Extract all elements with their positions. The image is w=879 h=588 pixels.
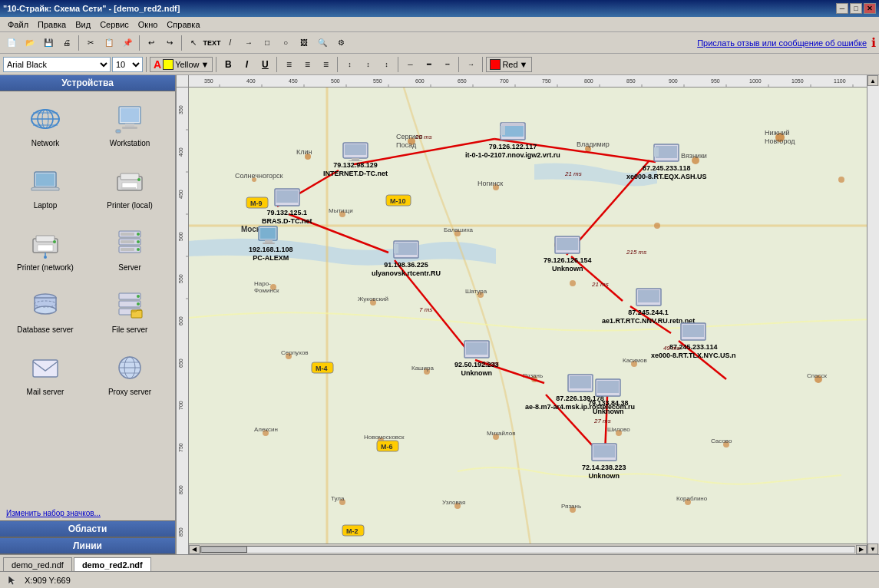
- svg-point-29: [137, 240, 140, 243]
- areas-section[interactable]: Области: [0, 520, 175, 537]
- sidebar-item-printer-network[interactable]: Printer (network): [6, 222, 84, 275]
- bold-button[interactable]: B: [220, 57, 236, 72]
- open-button[interactable]: 📂: [21, 35, 38, 51]
- menu-service[interactable]: Сервис: [95, 18, 134, 31]
- line-style-button[interactable]: ─: [401, 57, 418, 72]
- close-button[interactable]: ✕: [864, 3, 876, 14]
- spacing3-button[interactable]: ↕: [378, 57, 395, 72]
- scroll-down-button[interactable]: ▼: [867, 543, 878, 554]
- map-area[interactable]: 350 400 450 500 550 600 650 700 750 800 …: [177, 75, 867, 554]
- sidebar-item-workstation[interactable]: Workstation: [91, 97, 169, 150]
- font-select[interactable]: Arial Black: [3, 57, 111, 72]
- change-icons-link[interactable]: Изменить набор значков...: [6, 509, 101, 517]
- cut-button[interactable]: ✂: [82, 35, 99, 51]
- minimize-button[interactable]: ─: [836, 3, 848, 14]
- map-viewport[interactable]: Клин Сергиев Посад Солнечногорск Ногинск…: [189, 88, 867, 554]
- svg-rect-11: [117, 130, 120, 132]
- line-button[interactable]: /: [222, 35, 239, 51]
- node-unknown-4[interactable]: 72.14.238.223Unknown: [582, 442, 626, 481]
- node-unknown-2[interactable]: 92.50.192.233Unknown: [454, 339, 499, 378]
- laptop-label: Laptop: [34, 201, 58, 210]
- sidebar-item-proxy-server[interactable]: Proxy server: [91, 346, 169, 399]
- svg-rect-206: [395, 243, 417, 255]
- paste-button[interactable]: 📌: [119, 35, 136, 51]
- node-icon-unknown-4: [590, 442, 618, 464]
- node-internet-dtc[interactable]: 79.132.98.129INTERNET.D-TC.net: [323, 140, 388, 178]
- scroll-thumb-h[interactable]: [201, 547, 247, 553]
- node-eqx-ash[interactable]: 87.245.233.118xe000-8.RT.EQX.ASH.US: [626, 143, 707, 181]
- svg-text:900: 900: [669, 78, 678, 84]
- align-center-button[interactable]: ≡: [299, 57, 316, 72]
- line-color-dropdown-icon[interactable]: ▼: [520, 60, 528, 69]
- menu-view[interactable]: Вид: [71, 18, 95, 31]
- fill-color-button[interactable]: A Yellow ▼: [150, 57, 213, 72]
- scrollbar-horizontal[interactable]: ◀ ▶: [189, 543, 867, 554]
- scroll-up-button[interactable]: ▲: [867, 75, 878, 86]
- sidebar-item-laptop[interactable]: Laptop: [6, 160, 84, 213]
- scroll-right-button[interactable]: ▶: [856, 545, 867, 554]
- sidebar-footer: Изменить набор значков...: [0, 505, 175, 520]
- underline-button[interactable]: U: [256, 57, 273, 72]
- cursor-icon: [6, 574, 18, 586]
- dash-style-button[interactable]: ╌: [438, 57, 455, 72]
- tab-demo-red[interactable]: demo_red.ndf: [3, 557, 72, 571]
- settings-button[interactable]: ⚙: [332, 35, 349, 51]
- spacing2-button[interactable]: ↕: [359, 57, 376, 72]
- align-right-button[interactable]: ≡: [317, 57, 334, 72]
- menu-window[interactable]: Окно: [134, 18, 163, 31]
- save-button[interactable]: 💾: [40, 35, 57, 51]
- arrow-button[interactable]: →: [240, 35, 257, 51]
- svg-text:Рязань: Рязань: [561, 503, 581, 510]
- line-color-button[interactable]: Red ▼: [486, 57, 531, 72]
- fill-color-dropdown-icon[interactable]: ▼: [201, 60, 210, 69]
- ruler-corner: [177, 75, 189, 88]
- sidebar-item-printer-local[interactable]: Printer (local): [91, 160, 169, 213]
- sidebar-item-database-server[interactable]: Database server: [6, 284, 84, 337]
- node-ulyanovsk[interactable]: 91.198.36.225ulyanovsk.rtcentr.RU: [372, 239, 441, 278]
- redo-button[interactable]: ↪: [161, 35, 178, 51]
- new-button[interactable]: 📄: [3, 35, 20, 51]
- zoom-in-button[interactable]: 🔍: [314, 35, 331, 51]
- spacing1-button[interactable]: ↕: [341, 57, 358, 72]
- node-unknown-3[interactable]: 79.133.84.38Unknown: [588, 378, 629, 416]
- svg-rect-211: [638, 290, 659, 302]
- svg-text:850: 850: [178, 527, 183, 537]
- undo-button[interactable]: ↩: [143, 35, 160, 51]
- image-button[interactable]: 🖼: [296, 35, 312, 51]
- svg-rect-32: [121, 240, 134, 243]
- print-button[interactable]: 🖨: [58, 35, 75, 51]
- node-retn[interactable]: 87.245.244.1ae1.RT.RTC.NNV.RU.retn.net: [602, 287, 695, 325]
- lines-section[interactable]: Линии: [0, 537, 175, 554]
- node-nnov-igw2[interactable]: 79.126.122.117it-0-1-0-2107.nnov.igw2.vr…: [465, 121, 560, 160]
- copy-button[interactable]: 📋: [101, 35, 117, 51]
- node-bras-dtc[interactable]: 79.132.125.1BRAS.D-TC.net: [262, 187, 312, 226]
- sidebar-item-network[interactable]: Network: [6, 97, 84, 150]
- italic-button[interactable]: I: [238, 57, 255, 72]
- menu-help[interactable]: Справка: [162, 18, 204, 31]
- feedback-icon[interactable]: ℹ: [871, 35, 876, 50]
- node-unknown-1[interactable]: 79.126.126.154Unknown: [544, 235, 592, 273]
- size-select[interactable]: 10: [112, 57, 143, 72]
- node-pc-alexm[interactable]: 192.168.1.108PC-ALEXM: [249, 224, 293, 263]
- tab-demo-red2[interactable]: demo_red2.ndf: [74, 557, 151, 571]
- select-button[interactable]: ↖: [185, 35, 202, 51]
- ellipse-button[interactable]: ○: [277, 35, 294, 51]
- node-tlx-nyc[interactable]: 87.245.233.114xe000-8.RT.TLX.NYC.US.n: [651, 322, 736, 360]
- rect-button[interactable]: □: [259, 35, 276, 51]
- workstation-icon: [111, 101, 148, 137]
- menu-edit[interactable]: Правка: [33, 18, 71, 31]
- scroll-left-button[interactable]: ◀: [189, 545, 200, 554]
- node-icon-unknown-3: [594, 378, 622, 399]
- printer-local-label: Printer (local): [107, 201, 152, 210]
- maximize-button[interactable]: □: [850, 3, 862, 14]
- svg-text:Жуковский: Жуковский: [358, 296, 388, 302]
- align-left-button[interactable]: ≡: [280, 57, 297, 72]
- feedback-link[interactable]: Прислать отзыв или сообщение об ошибке: [697, 38, 867, 48]
- sidebar-item-file-server[interactable]: File server: [91, 284, 169, 337]
- menu-file[interactable]: Файл: [3, 18, 33, 31]
- arrow-style-button[interactable]: →: [462, 57, 479, 72]
- line-width-button[interactable]: ━: [420, 57, 437, 72]
- sidebar-item-mail-server[interactable]: Mail server: [6, 346, 84, 399]
- text-button[interactable]: TEXT: [203, 35, 220, 51]
- sidebar-item-server[interactable]: Server: [91, 222, 169, 275]
